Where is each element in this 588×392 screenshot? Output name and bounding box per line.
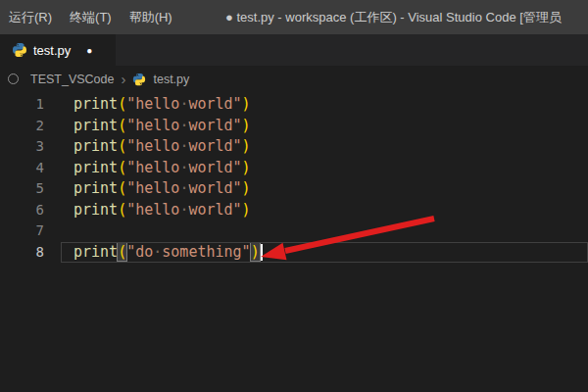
code-token: ) [242,117,251,134]
code-token: "hello [126,95,179,113]
line-number[interactable]: 1 [0,94,61,116]
breadcrumb-folder[interactable]: TEST_VSCode [30,73,114,86]
code-token: print [74,95,118,113]
code-line-content [61,220,588,242]
code-token: ) [242,159,251,176]
code-line-content: print("hello·world") [61,116,588,137]
code-token: ) [242,95,251,113]
code-token: something" [162,243,250,261]
python-icon [132,73,146,86]
code-line[interactable]: 3print("hello·world") [0,136,588,158]
code-token: ( [118,137,126,155]
code-token: "hello [126,117,179,134]
code-token: world" [188,95,241,113]
line-number[interactable]: 8 [0,242,61,264]
code-line[interactable]: 8print("do·something") [0,242,588,264]
code-line-content: print("hello·world") [61,158,588,179]
circle-icon [8,74,19,84]
modified-dot-icon[interactable]: ● [86,45,92,56]
code-token: ( [118,117,126,134]
code-line[interactable]: 4print("hello·world") [0,158,588,179]
code-token: world" [188,117,241,134]
code-token: "do [126,243,153,261]
breadcrumb-file[interactable]: test.py [153,73,189,86]
code-token: world" [188,137,241,155]
menu-item-terminal[interactable]: 终端(T) [61,0,121,34]
line-number[interactable]: 7 [0,220,61,242]
code-line[interactable]: 1print("hello·world") [0,94,588,116]
code-line[interactable]: 7 [0,220,588,242]
code-token: ) [242,179,251,197]
code-line-content: print("hello·world") [61,136,588,158]
line-number[interactable]: 2 [0,116,61,137]
code-token: print [74,201,118,219]
tab-bar: test.py ● [0,34,588,66]
tab-test-py[interactable]: test.py ● [0,34,116,66]
code-token: ( [118,95,126,113]
code-token: ( [118,243,126,261]
code-line-content: print("hello·world") [61,178,588,200]
code-token: ( [118,159,126,176]
chevron-right-icon: › [121,72,125,86]
code-token: print [74,117,118,134]
line-number[interactable]: 3 [0,136,61,158]
breadcrumb: TEST_VSCode › test.py [0,66,588,92]
code-token: "hello [126,159,179,176]
code-token: · [153,243,162,261]
code-line-content: print("hello·world") [61,200,588,221]
code-token: print [74,137,118,155]
menu-item-run[interactable]: 运行(R) [0,0,61,34]
line-number[interactable]: 4 [0,158,61,179]
code-token: ( [118,179,126,197]
code-token: "hello [126,179,179,197]
code-line[interactable]: 5print("hello·world") [0,178,588,200]
code-token: world" [188,179,241,197]
code-token: ) [242,201,251,219]
tab-label: test.py [33,43,71,58]
code-line-content: print("hello·world") [61,94,588,116]
python-icon [12,42,27,58]
code-token: ) [242,137,251,155]
code-line[interactable]: 6print("hello·world") [0,200,588,221]
code-token: print [74,179,118,197]
code-token: ) [251,243,260,261]
code-line[interactable]: 2print("hello·world") [0,116,588,137]
code-token: "hello [126,201,179,219]
code-token: ( [118,201,126,219]
window-title: ● test.py - workspace (工作区) - Visual Stu… [225,0,588,34]
text-cursor [261,244,263,261]
menu-item-help[interactable]: 帮助(H) [121,0,181,34]
code-editor[interactable]: 1print("hello·world")2print("hello·world… [0,92,588,392]
line-number[interactable]: 6 [0,200,61,221]
menu-bar: 运行(R) 终端(T) 帮助(H) ● test.py - workspace … [0,0,588,34]
code-line-content: print("do·something") [61,242,588,264]
code-token: world" [188,159,241,176]
code-token: world" [188,201,241,219]
code-token: "hello [126,137,179,155]
code-token: print [74,243,118,261]
code-lines: 1print("hello·world")2print("hello·world… [0,92,588,263]
line-number[interactable]: 5 [0,178,61,200]
code-token: print [74,159,118,176]
